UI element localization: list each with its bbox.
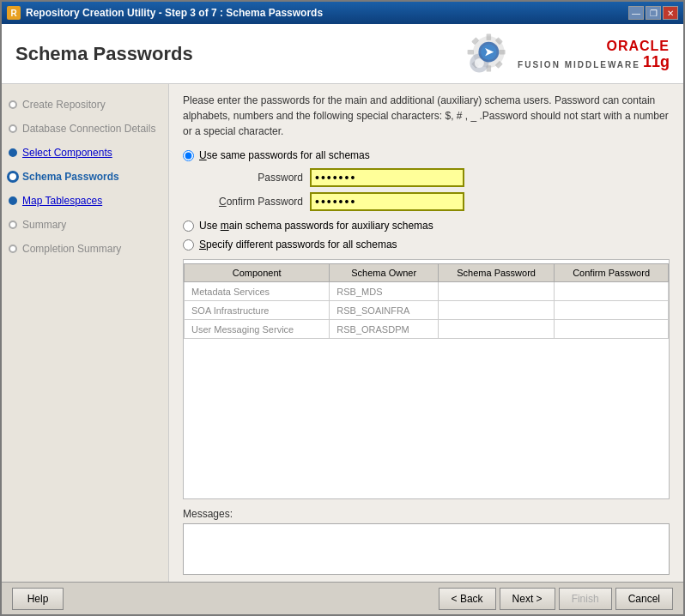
radio-main-for-aux[interactable]: Use main schema passwords for auxiliary … — [183, 220, 670, 232]
confirm-password-field-row: Confirm Password — [200, 192, 670, 211]
schema-table: Component Schema Owner Schema Password C… — [184, 263, 669, 339]
back-button[interactable]: < Back — [439, 588, 496, 610]
sidebar-label-map-tablespaces: Map Tablespaces — [22, 195, 102, 207]
footer-left: Help — [12, 588, 64, 610]
radio-main-for-aux-label[interactable]: Use main schema passwords for auxiliary … — [199, 220, 433, 232]
cell-owner-1: RSB_MDS — [330, 282, 439, 301]
oracle-label: ORACLE — [606, 39, 670, 54]
page-title: Schema Passwords — [15, 43, 193, 65]
messages-section: Messages: — [183, 508, 670, 577]
sidebar-item-schema-passwords: Schema Passwords — [2, 166, 168, 187]
sidebar-item-completion-summary: Completion Summary — [2, 239, 168, 259]
help-button[interactable]: Help — [12, 588, 64, 610]
instruction-text: Please enter the passwords for the main … — [183, 93, 670, 139]
sidebar-dot-schema — [7, 171, 19, 183]
next-button[interactable]: Next > — [500, 588, 555, 610]
col-schema-password: Schema Password — [439, 264, 555, 282]
app-icon: R — [7, 6, 21, 20]
cell-component-1: Metadata Services — [185, 282, 330, 301]
version-label: 11g — [643, 54, 670, 69]
sidebar-dot-completion — [9, 245, 17, 253]
sidebar-dot-select — [9, 148, 17, 157]
radio-same-passwords[interactable]: Use same passwords for all schemas — [183, 149, 670, 161]
radio-main-for-aux-input[interactable] — [183, 220, 194, 232]
sidebar-label-summary: Summary — [22, 219, 66, 231]
cell-confirm-password-1[interactable] — [555, 282, 669, 301]
sidebar-dot-database — [9, 124, 17, 133]
titlebar: R Repository Creation Utility - Step 3 o… — [2, 2, 683, 24]
window-title: Repository Creation Utility - Step 3 of … — [26, 7, 323, 19]
footer: Help < Back Next > Finish Cancel — [2, 582, 683, 614]
window-controls: — ❐ ✕ — [628, 6, 678, 20]
cell-schema-password-2[interactable] — [439, 301, 555, 320]
cell-owner-2: RSB_SOAINFRA — [330, 301, 439, 320]
sidebar-label-create-repository: Create Repository — [22, 99, 106, 111]
radio-different-input[interactable] — [183, 239, 194, 251]
oracle-brand-text: ORACLE FUSION MIDDLEWARE 11g — [518, 39, 670, 69]
password-label: Password — [200, 172, 303, 184]
restore-button[interactable]: ❐ — [646, 6, 661, 20]
cell-schema-password-1[interactable] — [439, 282, 555, 301]
close-button[interactable]: ✕ — [663, 6, 678, 20]
sidebar-label-completion-summary: Completion Summary — [22, 243, 121, 255]
messages-textarea[interactable] — [183, 523, 670, 575]
sidebar-dot-summary — [9, 220, 17, 229]
svg-text:➤: ➤ — [484, 45, 494, 58]
header: Schema Passwords — [2, 24, 683, 84]
col-schema-owner: Schema Owner — [330, 264, 439, 282]
sidebar-dot-create — [9, 100, 17, 109]
svg-rect-5 — [499, 50, 505, 55]
sidebar-item-create-repository: Create Repository — [2, 94, 168, 115]
cancel-button[interactable]: Cancel — [615, 588, 673, 610]
gear-icon: ➤ — [464, 30, 511, 77]
sidebar-item-summary: Summary — [2, 214, 168, 235]
sidebar-label-select-components: Select Components — [22, 147, 112, 159]
cell-confirm-password-3[interactable] — [555, 320, 669, 339]
oracle-logo: ➤ ORACLE FUSION MIDDLEWARE 11g — [464, 30, 670, 77]
cell-owner-3: RSB_ORASDPM — [330, 320, 439, 339]
cell-component-3: User Messaging Service — [185, 320, 330, 339]
sidebar-item-map-tablespaces[interactable]: Map Tablespaces — [2, 190, 168, 211]
table-row: SOA Infrastructure RSB_SOAINFRA — [185, 301, 669, 320]
col-confirm-password: Confirm Password — [555, 264, 669, 282]
password-input[interactable] — [310, 168, 464, 187]
fusion-label: FUSION MIDDLEWARE — [518, 60, 640, 69]
radio-different-passwords[interactable]: Specify different passwords for all sche… — [183, 239, 670, 251]
table-row: User Messaging Service RSB_ORASDPM — [185, 320, 669, 339]
password-fields-group: Password Confirm Password — [200, 168, 670, 211]
svg-rect-4 — [468, 50, 474, 55]
confirm-password-label: Confirm Password — [200, 196, 303, 208]
svg-rect-2 — [487, 34, 492, 40]
confirm-password-input[interactable] — [310, 192, 464, 211]
sidebar: Create Repository Database Connection De… — [2, 84, 169, 582]
main-area: Create Repository Database Connection De… — [2, 84, 683, 582]
cell-confirm-password-2[interactable] — [555, 301, 669, 320]
footer-right: < Back Next > Finish Cancel — [439, 588, 673, 610]
sidebar-label-schema-passwords: Schema Passwords — [22, 171, 119, 183]
content-panel: Please enter the passwords for the main … — [169, 84, 683, 582]
cell-component-2: SOA Infrastructure — [185, 301, 330, 320]
messages-label: Messages: — [183, 508, 670, 520]
radio-same-label[interactable]: Use same passwords for all schemas — [199, 149, 370, 161]
main-window: R Repository Creation Utility - Step 3 o… — [0, 0, 685, 616]
minimize-button[interactable]: — — [628, 6, 644, 20]
password-field-row: Password — [200, 168, 670, 187]
table-row: Metadata Services RSB_MDS — [185, 282, 669, 301]
radio-different-label[interactable]: Specify different passwords for all sche… — [199, 239, 397, 251]
finish-button[interactable]: Finish — [559, 588, 612, 610]
sidebar-item-database-connection: Database Connection Details — [2, 118, 168, 139]
radio-same-input[interactable] — [183, 150, 194, 161]
cell-schema-password-3[interactable] — [439, 320, 555, 339]
sidebar-dot-map — [9, 196, 17, 205]
sidebar-item-select-components[interactable]: Select Components — [2, 142, 168, 163]
schema-table-container: Component Schema Owner Schema Password C… — [183, 259, 670, 499]
col-component: Component — [185, 264, 330, 282]
sidebar-label-database: Database Connection Details — [22, 123, 155, 135]
